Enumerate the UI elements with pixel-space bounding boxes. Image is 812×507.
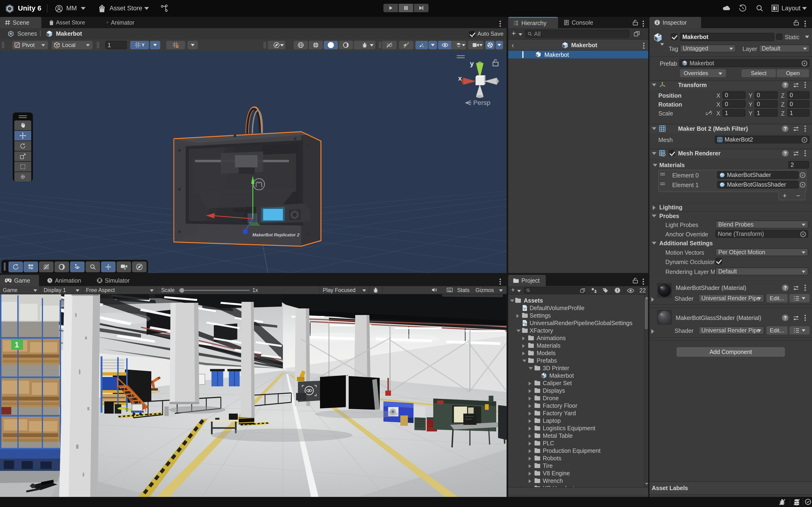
- svg-text:Maker: Maker: [234, 207, 250, 213]
- svg-text:MakerBot Replicator 2: MakerBot Replicator 2: [252, 232, 300, 237]
- svg-text:y: y: [470, 60, 474, 67]
- svg-text:1: 1: [14, 340, 19, 349]
- svg-text:Persp: Persp: [473, 99, 490, 106]
